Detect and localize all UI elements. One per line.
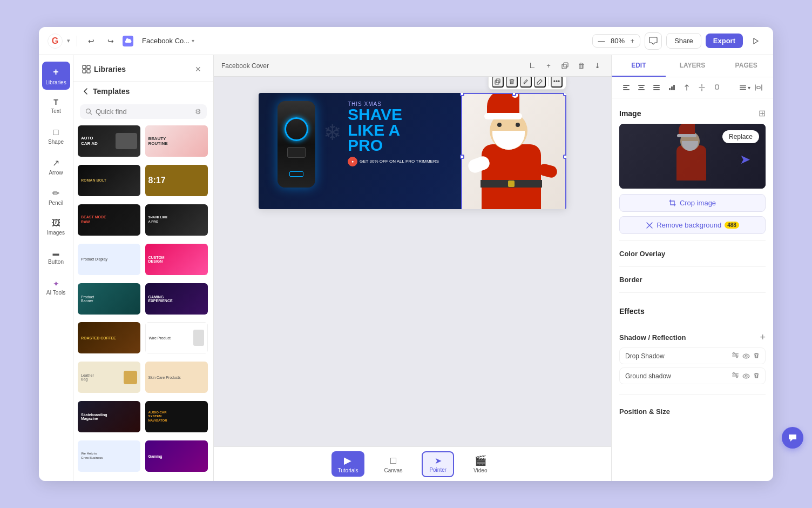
template-item-custom-pink[interactable]: CUSTOMDESIGN — [145, 244, 208, 275]
handle-tr[interactable] — [563, 93, 566, 96]
remove-bg-icon — [646, 222, 653, 229]
align-center-button[interactable] — [634, 81, 648, 95]
sidebar-item-button[interactable]: ▬ Button — [42, 243, 70, 271]
design-canvas-wrapper: ••• ❄ ❄ ❄ — [259, 93, 566, 209]
align-chart-button[interactable] — [665, 81, 679, 95]
align-left-button[interactable] — [619, 81, 633, 95]
handle-tm[interactable] — [512, 93, 516, 96]
share-button[interactable]: Share — [666, 33, 701, 49]
template-item-shave[interactable]: SHAVE LIKEA PRO — [145, 204, 208, 236]
template-item-audio[interactable]: AUDIO CARSYSTEMNAVIGATOR — [145, 401, 208, 432]
filter-icon[interactable]: ⚙ — [195, 108, 201, 116]
shadow-reflection-title: Shadow / Reflection — [619, 333, 686, 342]
search-input[interactable] — [96, 108, 192, 116]
sidebar-item-pencil[interactable]: ✏ Pencil — [42, 183, 70, 211]
canvas-add-button[interactable]: + — [542, 59, 555, 72]
border-section[interactable]: Border — [619, 271, 766, 288]
drop-shadow-delete-button[interactable] — [753, 352, 760, 360]
ground-shadow-settings-button[interactable] — [732, 371, 739, 380]
drop-shadow-settings-button[interactable] — [732, 351, 739, 360]
align-justify-button[interactable] — [649, 81, 664, 95]
sidebar-item-libraries[interactable]: + Libraries — [42, 62, 70, 90]
topbar-right: Share Export — [645, 32, 764, 50]
template-item-routine[interactable]: BEAUTYROUTINE — [145, 125, 208, 157]
remove-bg-button[interactable]: Remove background 488 — [619, 216, 766, 234]
export-button[interactable]: Export — [706, 34, 743, 48]
sel-more-button[interactable]: ••• — [551, 77, 563, 88]
template-item-coffee[interactable]: ROASTED COFFEE — [78, 322, 140, 353]
tab-layers[interactable]: LAYERS — [666, 55, 720, 77]
ground-shadow-visibility-button[interactable] — [742, 372, 750, 380]
topbar-divider — [77, 36, 77, 46]
file-name-button[interactable]: Facebook Co... ▾ — [138, 35, 199, 47]
sidebar-item-ai-tools[interactable]: ✦ AI Tools — [42, 273, 70, 302]
canvas-delete-button[interactable]: 🗑 — [574, 59, 587, 72]
image-grid-icon[interactable]: ⊞ — [759, 108, 766, 118]
template-item-product-light[interactable]: Product Display — [78, 244, 140, 275]
align-dropdown[interactable]: ▾ — [739, 85, 750, 91]
tab-edit[interactable]: EDIT — [612, 55, 666, 77]
align-bottom-button[interactable] — [710, 81, 724, 95]
align-middle-button[interactable] — [695, 81, 709, 95]
bottom-nav-pointer[interactable]: ➤ Pointer — [422, 451, 454, 477]
handle-tl[interactable] — [460, 93, 464, 96]
zoom-out-button[interactable]: — — [597, 37, 606, 45]
sel-copy-button[interactable] — [492, 77, 504, 88]
comment-button[interactable] — [645, 32, 662, 50]
position-section-header[interactable]: Position & Size — [619, 401, 766, 422]
sel-delete-button[interactable] — [506, 77, 518, 88]
canvas-duplicate-button[interactable] — [558, 59, 571, 72]
template-item-skincare[interactable]: Skin Care Products — [145, 362, 208, 393]
drop-shadow-visibility-button[interactable] — [742, 352, 750, 360]
sel-pen-button[interactable] — [534, 77, 546, 88]
sidebar-item-images[interactable]: 🖼 Images — [42, 213, 70, 241]
sidebar-item-arrow[interactable]: ↗ Arrow — [42, 152, 70, 181]
tab-pages[interactable]: PAGES — [719, 55, 773, 77]
preview-hat-trim — [677, 134, 696, 137]
bottom-nav-tutorials[interactable]: ▶ Tutorials — [331, 451, 365, 477]
effects-header[interactable]: Effects — [619, 299, 766, 323]
template-item-wire[interactable]: Wire Product — [145, 322, 208, 353]
ground-shadow-delete-button[interactable] — [753, 372, 760, 380]
sidebar-item-shape[interactable]: □ Shape — [42, 122, 70, 150]
sidebar-button-label: Button — [48, 259, 64, 265]
replace-button[interactable]: Replace — [722, 130, 759, 143]
logo-button[interactable]: G — [48, 34, 63, 49]
align-top-button[interactable] — [680, 81, 694, 95]
shadow-add-button[interactable]: + — [760, 332, 766, 343]
canvas-download-button[interactable]: ⤓ — [591, 59, 604, 72]
handle-mr[interactable] — [563, 155, 566, 159]
handle-ml[interactable] — [460, 155, 464, 159]
undo-button[interactable]: ↩ — [84, 34, 99, 49]
zoom-in-button[interactable]: + — [630, 37, 636, 45]
divider-1 — [619, 240, 766, 241]
bottom-nav-canvas[interactable]: □ Canvas — [377, 452, 409, 477]
template-item-grow[interactable]: We Help toGrow Business — [78, 440, 140, 472]
libraries-close-button[interactable]: ✕ — [192, 63, 205, 76]
distribute-button[interactable] — [752, 81, 766, 95]
template-item-leather[interactable]: LeatherBag — [78, 362, 140, 393]
templates-back-button[interactable]: Templates — [73, 82, 213, 101]
remove-bg-badge: 488 — [725, 222, 739, 229]
sel-edit-button[interactable] — [520, 77, 532, 88]
santa-image-container[interactable] — [461, 93, 566, 209]
bottom-nav-video[interactable]: 🎬 Video — [467, 451, 493, 477]
sidebar-item-text[interactable]: T Text — [42, 92, 70, 120]
template-item-beast[interactable]: BEAST MODERAW — [78, 204, 140, 236]
color-overlay-section[interactable]: Color Overlay — [619, 245, 766, 262]
canvas-crop-button[interactable] — [526, 59, 539, 72]
template-item-817[interactable]: 8:17 — [145, 165, 208, 196]
template-item-skate[interactable]: SkateboardingMagazine — [78, 401, 140, 432]
redo-button[interactable]: ↪ — [103, 34, 118, 49]
crop-image-button[interactable]: Crop image — [619, 194, 766, 212]
template-item-car[interactable]: AUTOCAR AD — [78, 125, 140, 157]
play-button[interactable] — [747, 32, 764, 50]
template-item-teal[interactable]: ProductBanner — [78, 283, 140, 315]
template-item-gaming2[interactable]: Gaming — [145, 440, 208, 472]
template-item-roman[interactable]: ROMAN BOLT — [78, 165, 140, 196]
logo-chevron[interactable]: ▾ — [67, 37, 70, 44]
template-item-gaming[interactable]: GAMINGEXPERIENCE — [145, 283, 208, 315]
canvas-icon: □ — [390, 455, 396, 466]
svg-rect-13 — [623, 89, 630, 90]
design-canvas[interactable]: ❄ ❄ ❄ — [259, 93, 566, 209]
